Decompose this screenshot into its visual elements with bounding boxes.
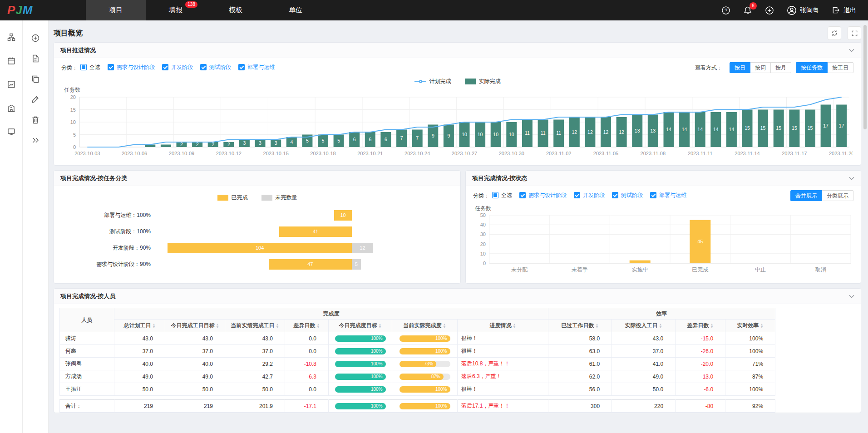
column-label: 当前实际完成度: [404, 322, 442, 330]
category-checkbox-需求与设计阶段[interactable]: 需求与设计阶段: [519, 192, 567, 199]
category-checkbox-测试阶段[interactable]: 测试阶段: [200, 64, 231, 71]
date-mode-button-按月[interactable]: 按月: [770, 62, 791, 73]
svg-text:12: 12: [587, 129, 593, 135]
column-header-当前实绩完成工日[interactable]: 当前实绩完成工日▲▼: [225, 320, 285, 332]
numeric-cell: 100%: [725, 332, 775, 345]
nav-tab-项目[interactable]: 项目: [86, 0, 146, 20]
metric-mode-button-按工日[interactable]: 按工日: [827, 62, 853, 73]
column-header-实际投入工日[interactable]: 实际投入工日▲▼: [612, 320, 676, 332]
numeric-cell: 300: [548, 400, 612, 413]
column-header-差异日数[interactable]: 差异日数▲▼: [285, 320, 329, 332]
numeric-cell: -20.0: [676, 358, 725, 370]
fullscreen-button[interactable]: [848, 26, 861, 40]
numeric-cell: 40.0: [114, 358, 165, 370]
legend-done[interactable]: 已完成: [217, 194, 248, 202]
status-cell: 很棒！: [458, 345, 548, 358]
collapse-card-button[interactable]: [849, 295, 854, 298]
nav-tab-单位[interactable]: 单位: [266, 0, 326, 20]
category-label: 需求与设计阶段: [528, 192, 567, 199]
display-mode-button-分类展示[interactable]: 分类展示: [822, 190, 853, 201]
column-header-今日完成工日目标[interactable]: 今日完成工日目标▲▼: [165, 320, 225, 332]
group-header-completion: 完成度: [114, 308, 548, 320]
page-scrollbar[interactable]: [863, 25, 867, 129]
column-header-今日完成度目标[interactable]: 今日完成度目标▲▼: [329, 320, 392, 332]
svg-text:2023-10-21: 2023-10-21: [357, 151, 383, 156]
user-menu[interactable]: 张闽粤: [787, 5, 819, 15]
category-checkbox-部署与运维[interactable]: 部署与运维: [650, 192, 686, 199]
monitor-icon[interactable]: [7, 128, 15, 136]
person-name-cell: 张闽粤: [60, 358, 114, 370]
collapse-card-button[interactable]: [849, 177, 854, 180]
display-mode-button-合并展示[interactable]: 合并展示: [790, 190, 822, 201]
svg-text:17: 17: [823, 123, 829, 128]
column-label: 实时效率: [737, 322, 759, 330]
progress-bar-fill: 100%: [335, 374, 386, 380]
column-header-总计划工日[interactable]: 总计划工日▲▼: [114, 320, 165, 332]
svg-text:15: 15: [776, 125, 781, 131]
nav-tabs: 项目填报138模板单位: [86, 0, 326, 20]
table-spacer-row: [60, 396, 775, 400]
collapse-sidebar-icon[interactable]: [31, 136, 39, 144]
calendar-icon[interactable]: [7, 57, 15, 65]
notifications-button[interactable]: 8: [743, 6, 752, 15]
category-checkbox-开发阶段[interactable]: 开发阶段: [574, 192, 605, 199]
add-node-icon[interactable]: [31, 34, 39, 42]
progress-bar-fill: 100%: [335, 361, 386, 367]
date-mode-button-按日[interactable]: 按日: [730, 62, 750, 73]
chart-icon[interactable]: [7, 80, 15, 89]
collapse-card-button[interactable]: [849, 49, 854, 52]
sort-icon: ▲▼: [317, 323, 320, 328]
logo-letter: M: [23, 3, 33, 17]
copy-icon[interactable]: [31, 75, 39, 83]
category-checkbox-开发阶段[interactable]: 开发阶段: [162, 64, 193, 71]
nav-tab-模板[interactable]: 模板: [206, 0, 266, 20]
refresh-button[interactable]: [828, 26, 841, 40]
svg-text:5: 5: [337, 138, 340, 143]
nav-tab-填报[interactable]: 填报138: [146, 0, 206, 20]
svg-text:2: 2: [227, 142, 230, 147]
category-checkbox-需求与设计阶段[interactable]: 需求与设计阶段: [108, 64, 155, 71]
column-header-实时效率[interactable]: 实时效率▲▼: [725, 320, 775, 332]
fullscreen-icon: [851, 30, 858, 37]
column-header-差异日数[interactable]: 差异日数▲▼: [676, 320, 725, 332]
progress-cell: 100%: [329, 383, 392, 396]
progress-bar: 73%: [399, 361, 450, 367]
select-all-checkbox[interactable]: 全选: [80, 64, 100, 71]
delete-icon[interactable]: [31, 116, 39, 124]
add-button[interactable]: [765, 6, 774, 15]
legend-planned[interactable]: 计划完成: [414, 78, 451, 85]
column-header-进度情况[interactable]: 进度情况▲▼: [458, 320, 548, 332]
numeric-cell: 50.0: [114, 383, 165, 396]
sitemap-icon[interactable]: [7, 33, 15, 41]
plus-circle-icon: [765, 6, 774, 15]
card-by-category: 项目完成情况-按任务分类 已完成未完数量 部署与运维：100%10测试阶段：10…: [54, 170, 461, 284]
column-header-已过工作日数[interactable]: 已过工作日数▲▼: [548, 320, 612, 332]
sort-icon: ▲▼: [596, 323, 599, 328]
edit-icon[interactable]: [31, 95, 39, 103]
legend-actual[interactable]: 实际完成: [465, 78, 501, 85]
file-icon[interactable]: [31, 54, 39, 63]
numeric-cell: 41.0: [612, 358, 676, 370]
app-logo[interactable]: PJM: [0, 3, 86, 17]
column-header-person: 人员: [60, 308, 114, 332]
svg-text:2023-10-09: 2023-10-09: [169, 151, 194, 156]
numeric-cell: 0.0: [285, 332, 329, 345]
numeric-cell: 40.0: [165, 358, 225, 370]
date-mode-button-按周[interactable]: 按周: [750, 62, 771, 73]
select-all-checkbox[interactable]: 全选: [492, 192, 512, 199]
table-row: 方成汤49.049.042.7-6.3100%87%落后6.3，严重！62.04…: [60, 370, 775, 383]
svg-text:17: 17: [839, 123, 844, 128]
category-label: 开发阶段: [171, 64, 193, 71]
column-header-当前实际完成度[interactable]: 当前实际完成度▲▼: [392, 320, 458, 332]
table-row: 合计：219219201.9-17.1100%100%落后17.1，严重！！30…: [60, 400, 775, 413]
metric-mode-button-按任务数[interactable]: 按任务数: [796, 62, 828, 73]
progress-cell: 100%: [329, 400, 392, 413]
checkbox-checked-icon: [574, 192, 580, 198]
category-checkbox-测试阶段[interactable]: 测试阶段: [612, 192, 643, 199]
logout-button[interactable]: 退出: [832, 6, 856, 15]
help-button[interactable]: ?: [721, 6, 730, 15]
legend-remaining[interactable]: 未完数量: [261, 194, 297, 202]
organization-icon[interactable]: [7, 104, 15, 112]
category-checkbox-部署与运维[interactable]: 部署与运维: [238, 64, 275, 71]
card-progress-title: 项目推进情况: [60, 46, 96, 54]
